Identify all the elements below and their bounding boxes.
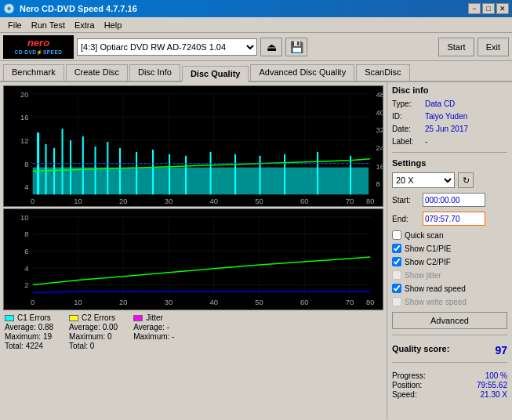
svg-text:60: 60: [300, 299, 309, 306]
svg-rect-52: [350, 156, 351, 194]
quick-scan-checkbox[interactable]: [392, 230, 401, 240]
window-title: Nero CD-DVD Speed 4.7.7.16: [20, 4, 137, 13]
show-write-speed-checkbox[interactable]: [392, 297, 401, 306]
svg-text:48: 48: [376, 91, 383, 99]
show-c1pie-checkbox[interactable]: [392, 244, 401, 253]
disc-date-row: Date: 25 Jun 2017: [392, 125, 507, 133]
tab-disc-info[interactable]: Disc Info: [129, 64, 180, 81]
app-icon: 💿: [3, 3, 15, 14]
show-jitter-checkbox[interactable]: [392, 270, 401, 280]
quick-scan-label: Quick scan: [405, 231, 443, 240]
c2-avg: Average: 0.00: [69, 323, 118, 331]
speed-row-progress: Speed: 21.30 X: [392, 390, 507, 399]
jitter-avg: Average: -: [133, 323, 174, 331]
tab-advanced-disc-quality[interactable]: Advanced Disc Quality: [250, 64, 354, 81]
progress-section: Progress: 100 % Position: 79:55.62 Speed…: [392, 371, 507, 400]
divider-3: [392, 362, 507, 363]
quality-value: 97: [495, 344, 507, 357]
tab-bar: Benchmark Create Disc Disc Info Disc Qua…: [0, 61, 512, 82]
svg-rect-54: [4, 209, 383, 310]
svg-text:12: 12: [20, 137, 28, 145]
c1-label: C1 Errors: [17, 313, 51, 322]
menu-extra[interactable]: Extra: [70, 19, 100, 31]
svg-text:50: 50: [255, 299, 263, 306]
end-input[interactable]: [423, 212, 485, 226]
show-jitter-row: Show jitter: [392, 270, 507, 280]
settings-title: Settings: [392, 158, 507, 168]
c2-label: C2 Errors: [82, 313, 115, 322]
svg-rect-46: [185, 156, 187, 194]
save-button[interactable]: 💾: [285, 38, 307, 56]
svg-rect-42: [119, 148, 121, 194]
exit-button[interactable]: Exit: [478, 38, 509, 56]
tab-benchmark[interactable]: Benchmark: [3, 64, 64, 81]
disc-id-row: ID: Taiyo Yuden: [392, 112, 507, 121]
app-logo: nero CD·DVD⚡SPEED: [3, 35, 74, 59]
type-label: Type:: [392, 100, 422, 108]
jitter-color: [133, 315, 143, 321]
show-read-speed-checkbox[interactable]: [392, 284, 401, 293]
refresh-button[interactable]: ↻: [458, 172, 474, 188]
tab-scandisc[interactable]: ScanDisc: [356, 64, 409, 81]
lower-chart: 10 8 6 4 2 0 10 20 30 40 50 60 70 80: [3, 208, 383, 310]
disc-label-label: Label:: [392, 137, 422, 146]
position-value: 79:55.62: [477, 381, 507, 389]
speed-label: Speed:: [392, 390, 417, 399]
divider-2: [392, 335, 507, 335]
svg-text:0: 0: [31, 197, 34, 205]
svg-text:4: 4: [24, 265, 28, 273]
position-label: Position:: [392, 381, 422, 389]
menu-bar: File Run Test Extra Help: [0, 17, 512, 33]
upper-chart: 20 16 12 8 4 48 40 32 24 16 8 0 10 20 30…: [3, 85, 383, 207]
menu-file[interactable]: File: [3, 19, 27, 31]
jitter-max: Maximum: -: [133, 332, 174, 341]
show-jitter-label: Show jitter: [405, 271, 441, 280]
menu-run-test[interactable]: Run Test: [27, 19, 70, 31]
svg-rect-50: [284, 154, 285, 194]
c1-total: Total: 4224: [5, 342, 53, 350]
show-c1pie-row: Show C1/PIE: [392, 244, 507, 253]
eject-button[interactable]: ⏏: [260, 38, 282, 56]
start-input[interactable]: [423, 193, 485, 207]
svg-text:30: 30: [165, 299, 173, 306]
drive-selector[interactable]: [4:3] Optiarc DVD RW AD-7240S 1.04: [77, 38, 257, 56]
svg-text:20: 20: [20, 91, 28, 99]
svg-rect-44: [152, 150, 154, 194]
progress-label: Progress:: [392, 371, 426, 380]
advanced-button[interactable]: Advanced: [392, 312, 507, 329]
quality-score-row: Quality score: 97: [392, 344, 507, 357]
speed-selector[interactable]: 20 X 4 X 8 X 16 X 48 X Max: [392, 172, 455, 188]
right-panel: Disc info Type: Data CD ID: Taiyo Yuden …: [387, 82, 512, 419]
svg-text:10: 10: [20, 214, 29, 222]
svg-text:30: 30: [165, 197, 172, 205]
show-write-speed-label: Show write speed: [405, 298, 467, 306]
svg-text:10: 10: [74, 197, 82, 205]
disc-info-title: Disc info: [392, 85, 507, 95]
id-value: Taiyo Yuden: [425, 112, 467, 121]
close-button[interactable]: ✕: [496, 3, 509, 14]
jitter-label: Jitter: [146, 313, 163, 322]
start-button[interactable]: Start: [438, 38, 474, 56]
minimize-button[interactable]: −: [468, 3, 481, 14]
show-c2pif-checkbox[interactable]: [392, 257, 401, 266]
end-field-label: End:: [392, 215, 419, 223]
tab-disc-quality[interactable]: Disc Quality: [182, 66, 249, 82]
svg-rect-35: [45, 144, 47, 194]
svg-text:24: 24: [376, 144, 383, 152]
c2-color: [69, 315, 78, 321]
legend: C1 Errors Average: 0.88 Maximum: 19 Tota…: [3, 310, 383, 353]
tab-create-disc[interactable]: Create Disc: [66, 64, 128, 81]
start-field-label: Start:: [392, 196, 419, 205]
svg-text:10: 10: [74, 299, 82, 306]
window-controls: − □ ✕: [468, 3, 509, 14]
svg-text:8: 8: [24, 161, 28, 168]
maximize-button[interactable]: □: [482, 3, 495, 14]
svg-text:50: 50: [255, 197, 263, 205]
svg-rect-38: [70, 140, 71, 194]
c1-max: Maximum: 19: [5, 332, 53, 341]
speed-row: 20 X 4 X 8 X 16 X 48 X Max ↻: [392, 172, 507, 188]
title-bar: 💿 Nero CD-DVD Speed 4.7.7.16 − □ ✕: [0, 0, 512, 17]
menu-help[interactable]: Help: [100, 19, 127, 31]
show-c2pif-row: Show C2/PIF: [392, 257, 507, 266]
c1-avg: Average: 0.88: [5, 323, 53, 331]
